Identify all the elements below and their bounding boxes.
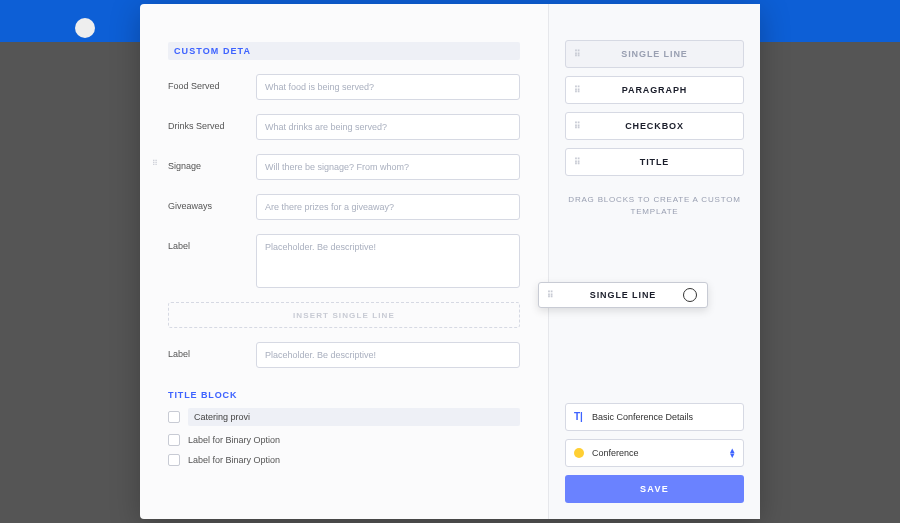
- insert-drop-zone[interactable]: INSERT SINGLE LINE: [168, 302, 520, 328]
- field-input-giveaways[interactable]: [256, 194, 520, 220]
- palette-hint: DRAG BLOCKS TO CREATE A CUSTOM TEMPLATE: [565, 194, 744, 218]
- block-checkbox[interactable]: CHECKBOX: [565, 112, 744, 140]
- form-builder-pane: Food Served Drinks Served ⠿ Signage Give…: [140, 4, 548, 519]
- field-input-drinks[interactable]: [256, 114, 520, 140]
- field-input-generic[interactable]: [256, 342, 520, 368]
- drag-handle-icon[interactable]: ⠿: [152, 162, 159, 165]
- checkbox-row: Label for Binary Option: [168, 434, 520, 446]
- field-label: Food Served: [168, 74, 256, 91]
- block-single-line[interactable]: SINGLE LINE: [565, 40, 744, 68]
- checkbox-label: Label for Binary Option: [188, 435, 280, 445]
- field-input-signage[interactable]: [256, 154, 520, 180]
- field-row: Drinks Served: [168, 114, 520, 140]
- category-color-icon: [574, 448, 584, 458]
- field-row: Label: [168, 342, 520, 368]
- field-label[interactable]: Label: [168, 234, 256, 251]
- field-label: Signage: [168, 154, 256, 171]
- field-label: Giveaways: [168, 194, 256, 211]
- checkbox-icon[interactable]: [168, 411, 180, 423]
- title-block-heading: TITLE BLOCK: [168, 390, 520, 400]
- field-input-food[interactable]: [256, 74, 520, 100]
- title-icon: T|: [574, 411, 586, 423]
- template-name-field[interactable]: T| Basic Conference Details: [565, 403, 744, 431]
- category-selected-text: Conference: [592, 448, 639, 458]
- field-label: Drinks Served: [168, 114, 256, 131]
- template-name-text: Basic Conference Details: [592, 412, 693, 422]
- block-paragraph[interactable]: PARAGRAPH: [565, 76, 744, 104]
- block-palette-pane: SINGLE LINE PARAGRAPH CHECKBOX TITLE DRA…: [548, 4, 760, 519]
- field-row: Food Served: [168, 74, 520, 100]
- checkbox-label: Label for Binary Option: [188, 455, 280, 465]
- checkbox-row-editable: [168, 408, 520, 426]
- checkbox-icon[interactable]: [168, 434, 180, 446]
- save-button[interactable]: SAVE: [565, 475, 744, 503]
- checkbox-label-input[interactable]: [188, 408, 520, 426]
- chevron-updown-icon: ▴▾: [730, 448, 735, 458]
- checkbox-icon[interactable]: [168, 454, 180, 466]
- category-select[interactable]: Conference ▴▾: [565, 439, 744, 467]
- block-title[interactable]: TITLE: [565, 148, 744, 176]
- field-row[interactable]: ⠿ Signage: [168, 154, 520, 180]
- checkbox-row: Label for Binary Option: [168, 454, 520, 466]
- field-row: Giveaways: [168, 194, 520, 220]
- field-row-paragraph: Label: [168, 234, 520, 288]
- field-textarea[interactable]: [256, 234, 520, 288]
- section-title-input[interactable]: [168, 42, 520, 60]
- dragging-block-ghost[interactable]: SINGLE LINE: [538, 282, 708, 308]
- template-editor-modal: Food Served Drinks Served ⠿ Signage Give…: [140, 4, 760, 519]
- field-label: Label: [168, 342, 256, 359]
